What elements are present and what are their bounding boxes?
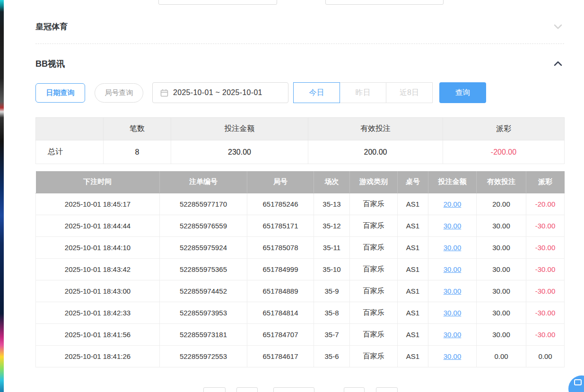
valid-bet-cell: 30.00 <box>477 280 526 302</box>
bet-amount-link[interactable]: 30.00 <box>444 352 462 360</box>
summary-header-bet-amount: 投注金额 <box>171 118 308 140</box>
bet-amount-cell: 30.00 <box>428 302 477 323</box>
bet-time-cell: 2025-10-01 18:45:17 <box>36 193 160 215</box>
round-query-tab-button[interactable]: 局号查询 <box>95 83 143 103</box>
header-table-number: 桌号 <box>398 171 428 193</box>
round-number-cell: 651785171 <box>247 215 314 236</box>
chevron-up-icon[interactable] <box>552 58 564 70</box>
bet-time-cell: 2025-10-01 18:41:56 <box>36 323 160 345</box>
game-type-cell: 百家乐 <box>350 215 398 236</box>
header-valid-bet: 有效投注 <box>477 171 526 193</box>
header-bet-time: 下注时间 <box>36 171 160 193</box>
header-payout: 派彩 <box>526 171 565 193</box>
round-number-cell: 651784889 <box>247 280 314 302</box>
table-number-cell: AS1 <box>398 236 428 258</box>
game-type-cell: 百家乐 <box>350 193 398 215</box>
round-number-cell: 651784707 <box>247 323 314 345</box>
bet-time-cell: 2025-10-01 18:42:33 <box>36 302 160 323</box>
payout-cell: -30.00 <box>526 236 565 258</box>
section-header-bb-video[interactable]: BB视讯 <box>35 56 564 72</box>
yesterday-button[interactable]: 昨日 <box>340 82 386 103</box>
betting-records-page: 皇冠体育 BB视讯 日期查询 局号查询 2025-10-01 ~ 2025 <box>0 0 584 392</box>
today-button[interactable]: 今日 <box>293 82 340 103</box>
table-row: 2025-10-01 18:42:33 522855973953 6517848… <box>36 302 565 323</box>
bet-number-cell: 522855976559 <box>160 215 247 236</box>
game-type-cell: 百家乐 <box>350 258 398 280</box>
session-cell: 35-10 <box>314 258 350 280</box>
bet-amount-link[interactable]: 30.00 <box>444 287 462 295</box>
header-session: 场次 <box>314 171 350 193</box>
bet-number-cell: 522855974452 <box>160 280 247 302</box>
session-cell: 35-7 <box>314 323 350 345</box>
top-truncated-input-left[interactable] <box>158 0 277 5</box>
bet-amount-cell: 30.00 <box>428 280 477 302</box>
last-8-days-button[interactable]: 近8日 <box>386 82 433 103</box>
bet-amount-cell: 20.00 <box>428 193 477 215</box>
valid-bet-cell: 30.00 <box>477 215 526 236</box>
top-truncated-input-right[interactable] <box>325 0 444 5</box>
game-type-cell: 百家乐 <box>350 280 398 302</box>
bet-amount-link[interactable]: 30.00 <box>444 222 462 230</box>
section-divider <box>35 44 564 44</box>
section-title-bb-video: BB视讯 <box>35 58 65 70</box>
table-number-cell: AS1 <box>398 215 428 236</box>
summary-total-label: 总计 <box>36 140 104 164</box>
session-cell: 35-8 <box>314 302 350 323</box>
section-header-crown-sports[interactable]: 皇冠体育 <box>35 19 564 34</box>
summary-total-count: 8 <box>104 140 171 164</box>
bet-amount-link[interactable]: 30.00 <box>444 265 462 273</box>
bet-time-cell: 2025-10-01 18:44:44 <box>36 215 160 236</box>
header-bet-amount: 投注金额 <box>428 171 477 193</box>
date-query-tab-button[interactable]: 日期查询 <box>35 83 85 103</box>
payout-cell: -30.00 <box>526 215 565 236</box>
customer-service-icon <box>574 379 582 385</box>
table-row: 2025-10-01 18:43:42 522855975365 6517849… <box>36 258 565 280</box>
bet-amount-link[interactable]: 30.00 <box>444 244 462 252</box>
header-game-type: 游戏类别 <box>350 171 398 193</box>
bet-number-cell: 522855972553 <box>160 345 247 367</box>
game-type-cell: 百家乐 <box>350 302 398 323</box>
pagination-page-size-select[interactable] <box>273 387 314 392</box>
valid-bet-cell: 30.00 <box>477 258 526 280</box>
bet-amount-link[interactable]: 30.00 <box>444 309 462 317</box>
session-cell: 35-9 <box>314 280 350 302</box>
pagination-button[interactable] <box>376 387 398 392</box>
summary-total-bet-amount: 230.00 <box>171 140 308 164</box>
table-number-cell: AS1 <box>398 258 428 280</box>
valid-bet-cell: 30.00 <box>477 236 526 258</box>
summary-total-payout: -200.00 <box>443 140 565 164</box>
bet-amount-link[interactable]: 30.00 <box>444 331 462 339</box>
date-range-picker[interactable]: 2025-10-01 ~ 2025-10-01 <box>152 82 288 103</box>
chevron-down-icon[interactable] <box>552 20 564 33</box>
session-cell: 35-13 <box>314 193 350 215</box>
bet-number-cell: 522855975365 <box>160 258 247 280</box>
session-cell: 35-12 <box>314 215 350 236</box>
bet-number-cell: 522855977170 <box>160 193 247 215</box>
pagination-button[interactable] <box>203 387 226 392</box>
round-number-cell: 651784814 <box>247 302 314 323</box>
date-range-value: 2025-10-01 ~ 2025-10-01 <box>173 88 262 97</box>
session-cell: 35-11 <box>314 236 350 258</box>
payout-cell: 0.00 <box>526 345 565 367</box>
bet-time-cell: 2025-10-01 18:44:10 <box>36 236 160 258</box>
bet-amount-link[interactable]: 20.00 <box>444 200 462 208</box>
bet-amount-cell: 30.00 <box>428 258 477 280</box>
table-number-cell: AS1 <box>398 323 428 345</box>
summary-table: 笔数 投注金额 有效投注 派彩 总计 8 230.00 200.00 -200.… <box>35 117 565 164</box>
payout-cell: -30.00 <box>526 302 565 323</box>
pagination-button[interactable] <box>236 387 258 392</box>
pagination-button[interactable] <box>344 387 365 392</box>
header-round-number: 局号 <box>247 171 314 193</box>
game-type-cell: 百家乐 <box>350 323 398 345</box>
valid-bet-cell: 30.00 <box>477 323 526 345</box>
bet-amount-cell: 30.00 <box>428 345 477 367</box>
detail-header-row: 下注时间 注单编号 局号 场次 游戏类别 桌号 投注金额 有效投注 派彩 <box>36 171 565 193</box>
customer-service-float-button[interactable] <box>568 375 584 392</box>
table-row: 2025-10-01 18:41:26 522855972553 6517846… <box>36 345 565 367</box>
valid-bet-cell: 30.00 <box>477 302 526 323</box>
bet-number-cell: 522855973953 <box>160 302 247 323</box>
table-number-cell: AS1 <box>398 302 428 323</box>
round-number-cell: 651785246 <box>247 193 314 215</box>
search-button[interactable]: 查询 <box>439 82 486 103</box>
bet-amount-cell: 30.00 <box>428 215 477 236</box>
